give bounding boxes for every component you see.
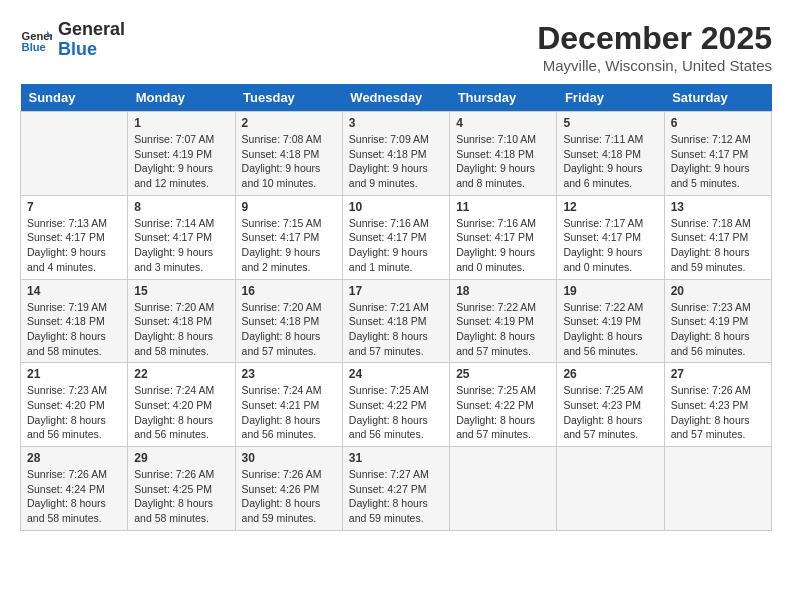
day-number: 30 [242,451,336,465]
calendar-cell: 23Sunrise: 7:24 AMSunset: 4:21 PMDayligh… [235,363,342,447]
day-number: 3 [349,116,443,130]
calendar-cell: 9Sunrise: 7:15 AMSunset: 4:17 PMDaylight… [235,195,342,279]
calendar-cell: 14Sunrise: 7:19 AMSunset: 4:18 PMDayligh… [21,279,128,363]
day-info: Sunrise: 7:27 AMSunset: 4:27 PMDaylight:… [349,467,443,526]
day-number: 21 [27,367,121,381]
calendar-cell: 12Sunrise: 7:17 AMSunset: 4:17 PMDayligh… [557,195,664,279]
calendar-cell: 26Sunrise: 7:25 AMSunset: 4:23 PMDayligh… [557,363,664,447]
day-info: Sunrise: 7:23 AMSunset: 4:19 PMDaylight:… [671,300,765,359]
day-info: Sunrise: 7:07 AMSunset: 4:19 PMDaylight:… [134,132,228,191]
day-number: 13 [671,200,765,214]
calendar-cell: 3Sunrise: 7:09 AMSunset: 4:18 PMDaylight… [342,112,449,196]
col-sunday: Sunday [21,84,128,112]
calendar-cell: 19Sunrise: 7:22 AMSunset: 4:19 PMDayligh… [557,279,664,363]
col-monday: Monday [128,84,235,112]
calendar-week-4: 21Sunrise: 7:23 AMSunset: 4:20 PMDayligh… [21,363,772,447]
subtitle: Mayville, Wisconsin, United States [537,57,772,74]
day-info: Sunrise: 7:26 AMSunset: 4:25 PMDaylight:… [134,467,228,526]
day-info: Sunrise: 7:12 AMSunset: 4:17 PMDaylight:… [671,132,765,191]
calendar-week-3: 14Sunrise: 7:19 AMSunset: 4:18 PMDayligh… [21,279,772,363]
day-info: Sunrise: 7:20 AMSunset: 4:18 PMDaylight:… [242,300,336,359]
calendar-cell: 21Sunrise: 7:23 AMSunset: 4:20 PMDayligh… [21,363,128,447]
calendar-cell [450,447,557,531]
col-tuesday: Tuesday [235,84,342,112]
day-info: Sunrise: 7:21 AMSunset: 4:18 PMDaylight:… [349,300,443,359]
header-row: Sunday Monday Tuesday Wednesday Thursday… [21,84,772,112]
logo: General Blue General Blue [20,20,125,60]
day-number: 31 [349,451,443,465]
day-number: 2 [242,116,336,130]
day-info: Sunrise: 7:16 AMSunset: 4:17 PMDaylight:… [349,216,443,275]
logo-icon: General Blue [20,24,52,56]
calendar-cell: 5Sunrise: 7:11 AMSunset: 4:18 PMDaylight… [557,112,664,196]
day-number: 5 [563,116,657,130]
day-info: Sunrise: 7:08 AMSunset: 4:18 PMDaylight:… [242,132,336,191]
main-title: December 2025 [537,20,772,57]
calendar-cell: 15Sunrise: 7:20 AMSunset: 4:18 PMDayligh… [128,279,235,363]
calendar-week-2: 7Sunrise: 7:13 AMSunset: 4:17 PMDaylight… [21,195,772,279]
calendar-week-1: 1Sunrise: 7:07 AMSunset: 4:19 PMDaylight… [21,112,772,196]
calendar-cell: 2Sunrise: 7:08 AMSunset: 4:18 PMDaylight… [235,112,342,196]
calendar-cell: 7Sunrise: 7:13 AMSunset: 4:17 PMDaylight… [21,195,128,279]
day-number: 20 [671,284,765,298]
title-area: December 2025 Mayville, Wisconsin, Unite… [537,20,772,74]
day-info: Sunrise: 7:15 AMSunset: 4:17 PMDaylight:… [242,216,336,275]
day-number: 1 [134,116,228,130]
day-info: Sunrise: 7:24 AMSunset: 4:21 PMDaylight:… [242,383,336,442]
calendar-cell: 16Sunrise: 7:20 AMSunset: 4:18 PMDayligh… [235,279,342,363]
header: General Blue General Blue December 2025 … [20,20,772,74]
day-number: 15 [134,284,228,298]
day-info: Sunrise: 7:23 AMSunset: 4:20 PMDaylight:… [27,383,121,442]
calendar-cell: 18Sunrise: 7:22 AMSunset: 4:19 PMDayligh… [450,279,557,363]
day-info: Sunrise: 7:20 AMSunset: 4:18 PMDaylight:… [134,300,228,359]
day-info: Sunrise: 7:17 AMSunset: 4:17 PMDaylight:… [563,216,657,275]
day-info: Sunrise: 7:26 AMSunset: 4:23 PMDaylight:… [671,383,765,442]
day-info: Sunrise: 7:24 AMSunset: 4:20 PMDaylight:… [134,383,228,442]
day-number: 17 [349,284,443,298]
day-info: Sunrise: 7:10 AMSunset: 4:18 PMDaylight:… [456,132,550,191]
calendar-cell [664,447,771,531]
calendar-cell: 22Sunrise: 7:24 AMSunset: 4:20 PMDayligh… [128,363,235,447]
day-number: 7 [27,200,121,214]
day-number: 26 [563,367,657,381]
calendar-cell: 11Sunrise: 7:16 AMSunset: 4:17 PMDayligh… [450,195,557,279]
day-number: 11 [456,200,550,214]
day-number: 10 [349,200,443,214]
day-number: 16 [242,284,336,298]
calendar-cell: 20Sunrise: 7:23 AMSunset: 4:19 PMDayligh… [664,279,771,363]
calendar-cell: 8Sunrise: 7:14 AMSunset: 4:17 PMDaylight… [128,195,235,279]
col-wednesday: Wednesday [342,84,449,112]
day-number: 8 [134,200,228,214]
calendar-cell: 1Sunrise: 7:07 AMSunset: 4:19 PMDaylight… [128,112,235,196]
calendar-cell: 17Sunrise: 7:21 AMSunset: 4:18 PMDayligh… [342,279,449,363]
col-saturday: Saturday [664,84,771,112]
calendar-cell [557,447,664,531]
calendar-week-5: 28Sunrise: 7:26 AMSunset: 4:24 PMDayligh… [21,447,772,531]
day-number: 12 [563,200,657,214]
day-info: Sunrise: 7:13 AMSunset: 4:17 PMDaylight:… [27,216,121,275]
calendar-body: 1Sunrise: 7:07 AMSunset: 4:19 PMDaylight… [21,112,772,531]
day-number: 6 [671,116,765,130]
day-number: 29 [134,451,228,465]
day-info: Sunrise: 7:26 AMSunset: 4:24 PMDaylight:… [27,467,121,526]
logo-text: General Blue [58,20,125,60]
calendar-cell: 29Sunrise: 7:26 AMSunset: 4:25 PMDayligh… [128,447,235,531]
day-info: Sunrise: 7:22 AMSunset: 4:19 PMDaylight:… [456,300,550,359]
calendar-cell: 6Sunrise: 7:12 AMSunset: 4:17 PMDaylight… [664,112,771,196]
day-info: Sunrise: 7:25 AMSunset: 4:22 PMDaylight:… [456,383,550,442]
day-number: 25 [456,367,550,381]
day-info: Sunrise: 7:09 AMSunset: 4:18 PMDaylight:… [349,132,443,191]
calendar-cell: 30Sunrise: 7:26 AMSunset: 4:26 PMDayligh… [235,447,342,531]
day-info: Sunrise: 7:22 AMSunset: 4:19 PMDaylight:… [563,300,657,359]
day-info: Sunrise: 7:25 AMSunset: 4:23 PMDaylight:… [563,383,657,442]
day-info: Sunrise: 7:25 AMSunset: 4:22 PMDaylight:… [349,383,443,442]
day-number: 4 [456,116,550,130]
svg-text:Blue: Blue [22,41,46,53]
day-number: 19 [563,284,657,298]
day-info: Sunrise: 7:18 AMSunset: 4:17 PMDaylight:… [671,216,765,275]
calendar-cell [21,112,128,196]
calendar-cell: 25Sunrise: 7:25 AMSunset: 4:22 PMDayligh… [450,363,557,447]
calendar-cell: 31Sunrise: 7:27 AMSunset: 4:27 PMDayligh… [342,447,449,531]
day-info: Sunrise: 7:14 AMSunset: 4:17 PMDaylight:… [134,216,228,275]
calendar-cell: 4Sunrise: 7:10 AMSunset: 4:18 PMDaylight… [450,112,557,196]
